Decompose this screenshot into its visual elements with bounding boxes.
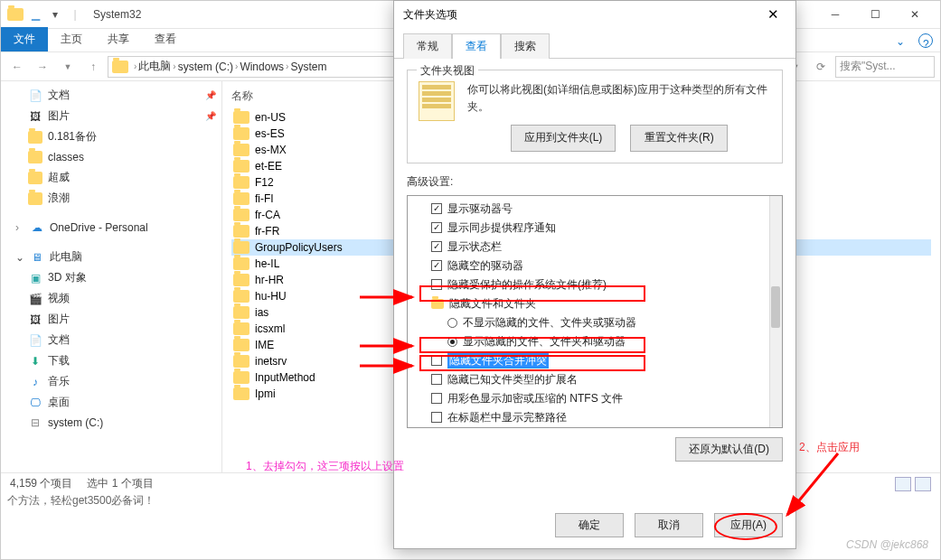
view-icons-button[interactable]: [915, 477, 931, 491]
nav-classes[interactable]: classes: [1, 147, 221, 167]
minimize-button[interactable]: ─: [815, 2, 855, 27]
opt-sync-notify[interactable]: 显示同步提供程序通知: [415, 219, 780, 238]
qat-properties-icon[interactable]: ▁: [26, 5, 44, 23]
nav-langchao[interactable]: 浪潮: [1, 188, 221, 209]
music-icon: ♪: [28, 375, 42, 389]
crumb-c[interactable]: system (C:): [176, 61, 235, 73]
folder-icon: [233, 306, 249, 319]
pin-icon[interactable]: 📌: [205, 111, 216, 121]
opt-hidden-group: 隐藏文件和文件夹: [415, 294, 780, 313]
checkbox-icon[interactable]: [431, 355, 442, 366]
chevron-right-icon[interactable]: ›: [15, 221, 24, 234]
ribbon-tab-home[interactable]: 主页: [48, 27, 95, 51]
checkbox-icon[interactable]: [431, 374, 442, 385]
nav-desktop[interactable]: 🖵桌面: [1, 392, 221, 413]
folder-icon: [112, 61, 128, 73]
folder-icon: [233, 111, 249, 124]
crumb-thispc[interactable]: 此电脑: [136, 59, 173, 74]
crumb-windows[interactable]: Windows: [238, 61, 286, 73]
nav-history-button[interactable]: ▼: [57, 56, 79, 78]
refresh-button[interactable]: ⟳: [810, 56, 832, 78]
checkbox-icon[interactable]: [431, 412, 442, 423]
qat-sep: |: [66, 5, 84, 23]
ribbon-tab-file[interactable]: 文件: [1, 27, 48, 51]
checkbox-icon[interactable]: [431, 260, 442, 271]
nav-system-c[interactable]: ⊟system (C:): [1, 413, 221, 433]
scrollbar-thumb[interactable]: [771, 286, 780, 328]
opt-separate-process[interactable]: 在单独的进程中打开文件夹窗口: [415, 427, 780, 428]
nav-downloads[interactable]: ⬇下载: [1, 350, 221, 371]
checkbox-icon[interactable]: [431, 222, 442, 233]
ribbon-expand-icon[interactable]: ⌄: [889, 32, 911, 51]
opt-hide-empty-drives[interactable]: 隐藏空的驱动器: [415, 257, 780, 275]
restore-defaults-button[interactable]: 还原为默认值(D): [675, 437, 783, 462]
view-details-button[interactable]: [895, 477, 911, 491]
dialog-tabs: 常规 查看 搜索: [394, 28, 795, 59]
qat-dropdown-icon[interactable]: ▾: [46, 5, 64, 23]
nav-fwd-button[interactable]: →: [32, 56, 53, 78]
checkbox-icon[interactable]: [431, 279, 442, 290]
video-icon: 🎬: [28, 292, 42, 306]
search-input[interactable]: 搜索"Syst...: [835, 56, 935, 78]
crumb-current[interactable]: System: [288, 61, 328, 73]
nav-music[interactable]: ♪音乐: [1, 371, 221, 392]
ribbon-tab-view[interactable]: 查看: [142, 27, 189, 51]
nav-onedrive[interactable]: ›☁OneDrive - Personal: [1, 218, 221, 238]
opt-show-drive-letters[interactable]: 显示驱动器号: [415, 200, 780, 219]
folder-icon: [233, 127, 249, 140]
close-button[interactable]: ✕: [895, 2, 935, 27]
checkbox-icon[interactable]: [431, 241, 442, 252]
opt-hide-ext[interactable]: 隐藏已知文件类型的扩展名: [415, 370, 780, 389]
cancel-button[interactable]: 取消: [635, 513, 703, 537]
folder-icon: [233, 225, 249, 238]
checkbox-icon[interactable]: [431, 203, 442, 214]
nav-chaowei[interactable]: 超威: [1, 167, 221, 188]
reset-folders-button[interactable]: 重置文件夹(R): [630, 125, 728, 151]
search-placeholder: 搜索"Syst...: [840, 59, 896, 74]
advanced-settings-list[interactable]: 显示驱动器号 显示同步提供程序通知 显示状态栏 隐藏空的驱动器 隐藏受保护的操作…: [407, 195, 783, 428]
tab-search[interactable]: 搜索: [501, 33, 550, 59]
folder-icon: [28, 191, 42, 206]
nav-docs2[interactable]: 📄文档: [1, 330, 221, 350]
apply-button[interactable]: 应用(A): [714, 513, 783, 537]
image-icon: 🖼: [28, 313, 42, 327]
opt-color-ntfs[interactable]: 用彩色显示加密或压缩的 NTFS 文件: [415, 389, 780, 408]
nav-up-button[interactable]: ↑: [82, 56, 104, 78]
ribbon-tab-share[interactable]: 共享: [95, 27, 142, 51]
ribbon-help-icon[interactable]: ?: [918, 33, 933, 48]
nav-back-button[interactable]: ←: [6, 56, 28, 78]
nav-pics2[interactable]: 🖼图片: [1, 309, 221, 330]
dialog-close-button[interactable]: ✕: [759, 6, 786, 23]
opt-fullpath-title[interactable]: 在标题栏中显示完整路径: [415, 408, 780, 427]
nav-backup[interactable]: 0.181备份: [1, 126, 221, 147]
nav-pictures[interactable]: 🖼图片📌: [1, 106, 221, 126]
dialog-title: 文件夹选项: [403, 7, 457, 23]
opt-hide-merge-conflict[interactable]: 隐藏文件夹合并冲突: [415, 351, 780, 370]
opt-hide-protected-os[interactable]: 隐藏受保护的操作系统文件(推荐): [415, 275, 780, 294]
tab-view[interactable]: 查看: [452, 33, 501, 59]
ok-button[interactable]: 确定: [555, 513, 624, 537]
chevron-down-icon[interactable]: ⌄: [15, 251, 24, 264]
opt-status-bar[interactable]: 显示状态栏: [415, 238, 780, 257]
apply-to-folders-button[interactable]: 应用到文件夹(L): [511, 125, 616, 151]
scrollbar[interactable]: [769, 196, 782, 427]
opt-dont-show-hidden[interactable]: 不显示隐藏的文件、文件夹或驱动器: [415, 313, 780, 332]
nav-thispc[interactable]: ⌄🖥此电脑: [1, 247, 221, 267]
radio-icon[interactable]: [447, 318, 457, 328]
tab-general[interactable]: 常规: [403, 33, 452, 59]
nav-documents[interactable]: 📄文档📌: [1, 85, 221, 106]
nav-3d[interactable]: ▣3D 对象: [1, 267, 221, 288]
folder-icon: [233, 387, 249, 400]
radio-icon[interactable]: [447, 337, 457, 347]
pin-icon[interactable]: 📌: [205, 90, 216, 100]
folder-icon: [233, 371, 249, 384]
folder-icon: [233, 160, 249, 173]
document-icon: 📄: [28, 333, 42, 348]
window-title: System32: [93, 8, 141, 21]
image-icon: 🖼: [28, 109, 42, 124]
maximize-button[interactable]: ☐: [855, 2, 895, 27]
opt-show-hidden[interactable]: 显示隐藏的文件、文件夹和驱动器: [415, 332, 780, 351]
checkbox-icon[interactable]: [431, 393, 442, 404]
nav-video[interactable]: 🎬视频: [1, 288, 221, 309]
navigation-pane[interactable]: 📄文档📌 🖼图片📌 0.181备份 classes 超威 浪潮 ›☁OneDri…: [1, 81, 222, 472]
